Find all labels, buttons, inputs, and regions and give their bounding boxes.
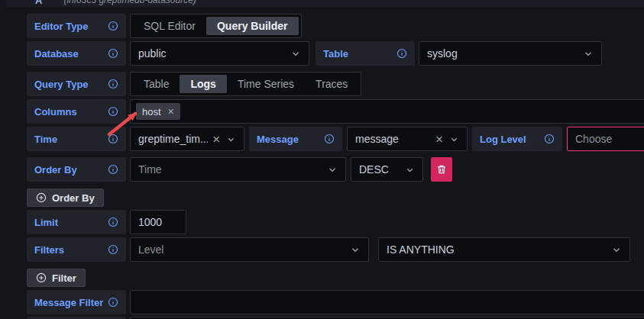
row-time-message-loglevel: Time greptime_tim... × Message message ×… [27,127,644,151]
message-label: Message [249,127,342,151]
info-icon [108,48,118,59]
datasource-note: (info3c3 greptimedb-datasource) [63,0,196,5]
time-column-select[interactable]: greptime_tim... × [130,127,244,151]
add-filter-row: Filter [27,269,644,287]
radio-time-series[interactable]: Time Series [227,75,305,93]
clear-icon[interactable]: × [435,133,443,146]
message-column-select[interactable]: message × [347,127,468,151]
chevron-down-icon [405,165,415,175]
editor-type-toggle: SQL Editor Query Builder [130,14,302,38]
info-icon [544,134,555,144]
radio-logs[interactable]: Logs [180,75,226,93]
order-by-label: Order By [27,157,126,182]
radio-query-builder[interactable]: Query Builder [206,17,299,35]
info-icon [108,244,118,255]
query-type-label: Query Type [27,72,126,96]
add-order-by-button[interactable]: Order By [27,188,104,207]
trash-icon [436,164,447,175]
chevron-down-icon [583,48,594,59]
chevron-down-icon [327,164,338,175]
order-by-field-select[interactable]: Time [130,157,346,182]
row-query-type: Query Type Table Logs Time Series Traces [27,72,644,96]
info-icon [108,21,118,31]
row-editor-type: Editor Type SQL Editor Query Builder [27,14,644,38]
radio-table[interactable]: Table [133,75,180,93]
chevron-down-icon [290,48,301,59]
info-icon [324,134,335,144]
time-label: Time [27,127,126,151]
info-icon [396,48,407,59]
table-label: Table [316,41,415,66]
row-columns: Columns host × [27,99,644,124]
circle-plus-icon [36,272,47,283]
info-icon [108,164,118,175]
filters-label: Filters [27,237,126,262]
log-level-label: Log Level [472,127,562,151]
limit-label: Limit [27,210,126,234]
row-database-table: Database public Table syslog [27,41,644,66]
query-ref-id: A [35,0,42,6]
log-level-select[interactable]: Choose [567,127,644,151]
info-icon [108,106,118,117]
info-icon [108,79,118,89]
database-label: Database [27,41,126,66]
chip-remove-icon[interactable]: × [168,106,174,117]
row-filters: Filters Level IS ANYTHING [27,237,644,262]
circle-plus-icon [36,192,47,203]
row-limit: Limit [27,210,644,234]
row-message-filter: Message Filter [27,290,644,314]
chevron-down-icon [350,244,361,255]
row-order-by: Order By Time DESC [27,157,644,182]
order-direction-select[interactable]: DESC [351,157,423,182]
columns-label: Columns [27,99,126,124]
add-order-by-row: Order By [27,188,644,207]
column-chip-host[interactable]: host × [136,103,180,120]
database-select[interactable]: public [130,41,309,66]
clear-icon[interactable]: × [212,133,220,146]
chevron-down-icon [611,244,622,255]
filter-column-select[interactable]: Level [130,237,369,262]
query-header: A (info3c3 greptimedb-datasource) [6,0,644,8]
add-filter-button[interactable]: Filter [27,269,86,287]
message-filter-input[interactable] [130,290,644,314]
filter-operator-select[interactable]: IS ANYTHING [378,237,630,262]
query-type-toggle: Table Logs Time Series Traces [130,72,361,96]
chevron-down-icon [449,134,459,144]
chevron-down-icon [226,134,236,144]
limit-input[interactable] [130,210,186,234]
info-icon [108,297,118,308]
columns-multiselect[interactable]: host × [130,99,644,124]
table-select[interactable]: syslog [419,41,602,66]
editor-type-label: Editor Type [27,14,126,38]
radio-sql-editor[interactable]: SQL Editor [133,17,206,35]
message-filter-label: Message Filter [27,290,126,314]
info-icon [108,217,118,227]
grafana-query-editor: A (info3c3 greptimedb-datasource) Editor… [0,0,644,319]
delete-order-by-button[interactable] [431,157,452,182]
radio-traces[interactable]: Traces [305,75,358,93]
info-icon [108,134,118,144]
